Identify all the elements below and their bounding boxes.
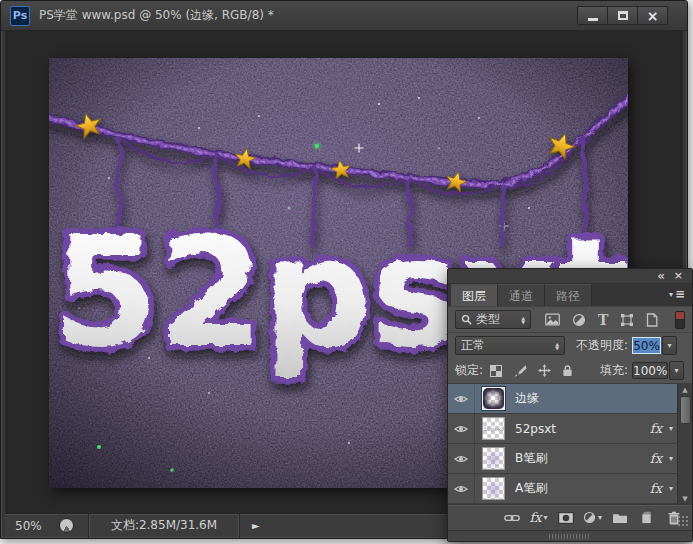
tab-paths[interactable]: 路径 xyxy=(545,284,592,306)
layer-thumbnail[interactable] xyxy=(482,477,505,500)
panel-corner-resize-grip[interactable] xyxy=(677,515,690,528)
layer-effects: fx ▾ xyxy=(650,414,673,443)
thumbnail-content xyxy=(483,388,504,409)
eye-icon xyxy=(454,394,468,404)
layer-effects: fx ▾ xyxy=(650,474,673,503)
panel-header: « × xyxy=(448,269,692,284)
blend-mode-dropdown[interactable]: 正常 ▲▼ xyxy=(455,336,565,355)
adjustment-circle-icon xyxy=(583,511,596,524)
visibility-toggle[interactable] xyxy=(448,384,475,413)
document-info-icon[interactable] xyxy=(59,518,74,533)
window-controls: × xyxy=(578,6,668,25)
visibility-toggle[interactable] xyxy=(448,474,475,503)
layer-thumbnail[interactable] xyxy=(482,447,505,470)
caret-down-icon: ▾ xyxy=(544,513,548,522)
lock-transparency-icon[interactable] xyxy=(490,365,502,377)
doc-info-text: 文档:2.85M/31.6M xyxy=(111,518,217,532)
thumbnail-content xyxy=(483,478,504,499)
layers-panel-body: 类型 ▲▼ T 正常 ▲▼ 不透明度: 50% xyxy=(448,307,692,541)
filter-kind-dropdown[interactable]: 类型 ▲▼ xyxy=(455,310,531,329)
scroll-down-icon[interactable]: ▼ xyxy=(682,493,687,504)
blend-mode-row: 正常 ▲▼ 不透明度: 50% ▾ xyxy=(448,333,692,358)
opacity-field[interactable]: 50% xyxy=(632,337,661,354)
link-layers-button[interactable] xyxy=(498,514,525,522)
tab-channels[interactable]: 通道 xyxy=(498,284,545,306)
layer-fx-badge[interactable]: fx xyxy=(650,481,662,496)
layers-panel: « × 图层 通道 路径 ▾ ≡ 类型 ▲▼ T xyxy=(447,268,693,542)
scrollbar-thumb[interactable] xyxy=(680,396,691,424)
new-layer-icon xyxy=(640,511,653,524)
photoshop-app-icon: Ps xyxy=(10,6,30,26)
add-layer-style-button[interactable]: fx ▾ xyxy=(525,510,552,525)
status-options-arrow[interactable]: ► xyxy=(252,520,260,531)
grip-dots-icon xyxy=(549,534,591,539)
panel-tabs: 图层 通道 路径 ▾ ≡ xyxy=(448,284,692,306)
lock-position-move-icon[interactable] xyxy=(538,364,551,377)
eye-icon xyxy=(454,424,468,434)
minimize-button[interactable] xyxy=(577,6,608,25)
layer-effects: fx ▾ xyxy=(650,444,673,473)
layer-row-b-brush[interactable]: B笔刷 fx ▾ xyxy=(448,444,692,474)
layer-name: A笔刷 xyxy=(515,480,547,497)
fill-label: 填充: xyxy=(600,362,628,379)
filter-pixel-layers-icon[interactable] xyxy=(545,313,560,326)
titlebar[interactable]: Ps PS学堂 www.psd @ 50% (边缘, RGB/8) * × xyxy=(1,1,687,31)
tab-layers-label: 图层 xyxy=(462,289,486,303)
layer-thumbnail[interactable]: 52psxt xyxy=(482,417,505,440)
menu-caret-icon: ▾ xyxy=(669,290,673,299)
scroll-up-icon[interactable]: ▲ xyxy=(682,384,687,395)
layer-row-52psxt[interactable]: 52psxt 52psxt fx ▾ xyxy=(448,414,692,444)
filter-type-layers-icon[interactable]: T xyxy=(598,313,608,327)
layer-mask-icon xyxy=(558,512,574,524)
zoom-level-field[interactable]: 50% xyxy=(5,519,51,533)
fx-collapse-caret[interactable]: ▾ xyxy=(669,484,673,493)
updown-arrows-icon: ▲▼ xyxy=(521,316,525,324)
layer-filtering-toggle[interactable] xyxy=(675,311,685,329)
layers-scrollbar[interactable]: ▲ ▼ xyxy=(677,384,692,504)
new-group-button[interactable] xyxy=(606,512,633,524)
filter-type-buttons: T xyxy=(545,313,658,327)
fx-collapse-caret[interactable]: ▾ xyxy=(669,454,673,463)
layer-filter-row: 类型 ▲▼ T xyxy=(448,307,692,333)
layer-fx-badge[interactable]: fx xyxy=(650,451,662,466)
layer-list: 边缘 52psxt 52psxt fx ▾ B笔刷 xyxy=(448,384,692,504)
fx-collapse-caret[interactable]: ▾ xyxy=(669,424,673,433)
tab-layers[interactable]: 图层 xyxy=(451,284,498,306)
close-panel-icon[interactable]: × xyxy=(674,269,683,283)
caret-down-icon: ▾ xyxy=(675,366,679,375)
thumbnail-content: 52psxt xyxy=(483,418,504,439)
layer-thumbnail[interactable] xyxy=(482,387,505,410)
caret-down-icon: ▾ xyxy=(598,513,602,522)
layer-fx-badge[interactable]: fx xyxy=(650,421,662,436)
collapse-panel-icon[interactable]: « xyxy=(657,269,665,283)
layer-row-a-brush[interactable]: A笔刷 fx ▾ xyxy=(448,474,692,504)
layer-name: 52psxt xyxy=(515,422,556,436)
window-title: PS学堂 www.psd @ 50% (边缘, RGB/8) * xyxy=(39,7,274,24)
search-icon xyxy=(461,314,472,325)
opacity-dropdown-arrow[interactable]: ▾ xyxy=(662,336,677,355)
fill-field[interactable]: 100% xyxy=(632,362,668,379)
menu-lines-icon: ≡ xyxy=(675,289,685,299)
panel-resize-grip[interactable] xyxy=(448,530,692,541)
maximize-icon xyxy=(618,11,628,20)
visibility-toggle[interactable] xyxy=(448,414,475,443)
tab-channels-label: 通道 xyxy=(509,289,533,303)
lock-pixels-brush-icon[interactable] xyxy=(513,364,527,378)
fill-dropdown-arrow[interactable]: ▾ xyxy=(669,361,684,380)
new-layer-button[interactable] xyxy=(633,511,660,524)
eye-icon xyxy=(454,484,468,494)
tab-paths-label: 路径 xyxy=(556,289,580,303)
lock-all-icon[interactable] xyxy=(562,364,573,377)
filter-smart-objects-icon[interactable] xyxy=(646,313,658,327)
panel-menu-icon[interactable]: ▾ ≡ xyxy=(669,289,685,299)
close-button[interactable]: × xyxy=(637,6,668,25)
filter-shape-layers-icon[interactable] xyxy=(620,313,634,327)
add-layer-mask-button[interactable] xyxy=(552,512,579,524)
visibility-toggle[interactable] xyxy=(448,444,475,473)
layer-row-bianyuan[interactable]: 边缘 xyxy=(448,384,692,414)
maximize-button[interactable] xyxy=(607,6,638,25)
new-adjustment-layer-button[interactable]: ▾ xyxy=(579,511,606,524)
minimize-icon xyxy=(588,18,598,21)
lock-row: 锁定: 填充: 100% ▾ xyxy=(448,358,692,384)
filter-adjustment-layers-icon[interactable] xyxy=(572,313,586,327)
